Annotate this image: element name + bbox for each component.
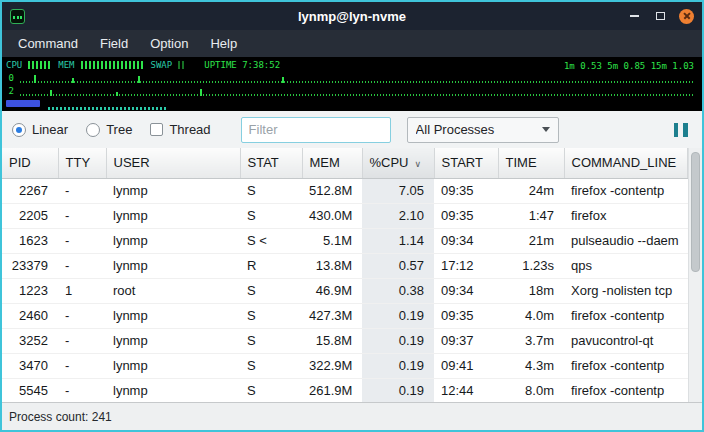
cell-time: 18m <box>498 278 564 303</box>
table-row[interactable]: 5545-lynmpS261.9M0.1912:448.0mfirefox -c… <box>2 378 688 402</box>
cell-cpu: 0.19 <box>362 303 434 328</box>
cell-cpu: 7.05 <box>362 178 434 203</box>
mem-label: MEM <box>58 60 74 70</box>
column-header-cpu[interactable]: %CPU∨ <box>362 148 434 178</box>
title-bar[interactable]: lynmp@lyn-nvme <box>2 2 702 30</box>
cell-pid: 23379 <box>2 253 58 278</box>
linear-radio[interactable] <box>12 123 26 137</box>
process-filter-select[interactable]: All Processes <box>407 117 559 143</box>
vertical-scrollbar[interactable] <box>688 148 702 402</box>
cell-start: 09:35 <box>434 303 498 328</box>
cell-time: 1:47 <box>498 203 564 228</box>
cell-mem: 512.8M <box>302 178 362 203</box>
app-window: lynmp@lyn-nvme Command Field Option Help… <box>0 0 704 432</box>
minimize-button[interactable] <box>627 9 641 23</box>
cell-pid: 2267 <box>2 178 58 203</box>
graph-spike <box>50 90 52 96</box>
cell-stat: S <box>240 278 302 303</box>
close-button[interactable] <box>679 9 694 24</box>
cell-time: 21m <box>498 228 564 253</box>
cell-stat: S <box>240 353 302 378</box>
cell-user: lynmp <box>106 328 240 353</box>
cell-cpu: 0.38 <box>362 278 434 303</box>
cell-tty: - <box>58 328 106 353</box>
cell-tty: - <box>58 178 106 203</box>
swap-label: SWAP <box>151 60 173 70</box>
column-header-cpu-label: %CPU <box>370 155 409 170</box>
column-header-mem[interactable]: MEM <box>302 148 362 178</box>
blue-usage-bar <box>6 100 40 107</box>
cell-stat: S <box>240 178 302 203</box>
cell-mem: 430.0M <box>302 203 362 228</box>
cell-tty: - <box>58 353 106 378</box>
cell-pid: 5545 <box>2 378 58 402</box>
cell-start: 09:35 <box>434 203 498 228</box>
table-row[interactable]: 3252-lynmpS15.8M0.1909:373.7mpavucontrol… <box>2 328 688 353</box>
thread-checkbox-group[interactable]: Thread <box>150 122 210 137</box>
table-row[interactable]: 2460-lynmpS427.3M0.1909:354.0mfirefox -c… <box>2 303 688 328</box>
cell-start: 09:41 <box>434 353 498 378</box>
cell-user: lynmp <box>106 178 240 203</box>
column-header-stat[interactable]: STAT <box>240 148 302 178</box>
scrollbar-thumb[interactable] <box>691 152 700 272</box>
cell-user: root <box>106 278 240 303</box>
table-row[interactable]: 2205-lynmpS430.0M2.1009:351:47firefox <box>2 203 688 228</box>
linear-radio-group[interactable]: Linear <box>12 122 68 137</box>
cell-command_line: firefox <box>564 203 688 228</box>
thread-checkbox[interactable] <box>150 123 163 136</box>
cell-time: 8.0m <box>498 378 564 402</box>
column-header-tty[interactable]: TTY <box>58 148 106 178</box>
cell-time: 4.0m <box>498 303 564 328</box>
chevron-down-icon <box>542 127 550 132</box>
cell-user: lynmp <box>106 228 240 253</box>
graph-field-1 <box>20 73 694 83</box>
table-row[interactable]: 23379-lynmpR13.8M0.5717:121.23sqps <box>2 253 688 278</box>
menu-bar: Command Field Option Help <box>2 30 702 57</box>
table-row[interactable]: 1623-lynmpS <5.1M1.1409:3421mpulseaudio … <box>2 228 688 253</box>
table-row[interactable]: 3470-lynmpS322.9M0.1909:414.3mfirefox -c… <box>2 353 688 378</box>
column-header-time[interactable]: TIME <box>498 148 564 178</box>
menu-option[interactable]: Option <box>140 32 198 55</box>
column-header-start[interactable]: START <box>434 148 498 178</box>
cell-pid: 3470 <box>2 353 58 378</box>
cell-time: 24m <box>498 178 564 203</box>
menu-help[interactable]: Help <box>200 32 247 55</box>
cell-time: 4.3m <box>498 353 564 378</box>
column-header-user[interactable]: USER <box>106 148 240 178</box>
graph-tick: 2 <box>6 86 14 96</box>
cell-pid: 1223 <box>2 278 58 303</box>
cell-stat: S <box>240 303 302 328</box>
graph-field-2 <box>20 86 694 96</box>
cell-start: 17:12 <box>434 253 498 278</box>
column-header-command-line[interactable]: COMMAND_LINE <box>564 148 688 178</box>
cell-stat: S <box>240 378 302 402</box>
toolbar: Linear Tree Thread All Processes <box>2 111 702 148</box>
tree-radio-group[interactable]: Tree <box>86 122 132 137</box>
cell-start: 09:34 <box>434 228 498 253</box>
status-bar: Process count: 241 <box>2 402 702 430</box>
cell-cpu: 0.57 <box>362 253 434 278</box>
column-header-pid[interactable]: PID <box>2 148 58 178</box>
graph-spike <box>34 75 36 83</box>
cell-cpu: 0.19 <box>362 378 434 402</box>
graph-spike <box>282 77 284 83</box>
tree-radio[interactable] <box>86 123 100 137</box>
cpu-meter <box>28 61 52 69</box>
restore-button[interactable] <box>653 9 667 23</box>
cell-user: lynmp <box>106 353 240 378</box>
pause-button[interactable] <box>674 123 688 137</box>
menu-command[interactable]: Command <box>8 32 88 55</box>
window-title: lynmp@lyn-nvme <box>2 9 702 24</box>
cell-stat: S < <box>240 228 302 253</box>
graph-spike <box>116 92 118 96</box>
process-count-text: Process count: 241 <box>9 410 112 424</box>
menu-field[interactable]: Field <box>90 32 138 55</box>
table-row[interactable]: 2267-lynmpS512.8M7.0509:3524mfirefox -co… <box>2 178 688 203</box>
cell-stat: S <box>240 203 302 228</box>
cell-time: 3.7m <box>498 328 564 353</box>
table-row[interactable]: 12231rootS46.9M0.3809:3418mXorg -noliste… <box>2 278 688 303</box>
cell-pid: 2205 <box>2 203 58 228</box>
process-filter-value: All Processes <box>416 122 536 137</box>
cell-mem: 15.8M <box>302 328 362 353</box>
filter-input[interactable] <box>241 117 391 143</box>
